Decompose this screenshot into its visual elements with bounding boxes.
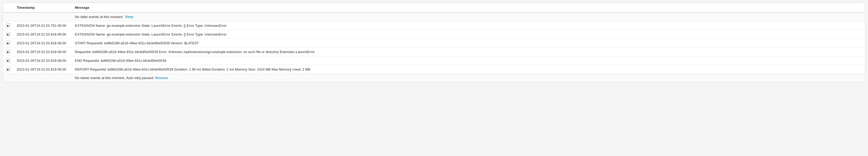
timestamp-cell: 2023-01-26T16:31:53.819-06:00: [13, 48, 72, 56]
expand-cell: ▶: [3, 30, 13, 39]
timestamp-cell: 2023-01-26T16:31:53.819-06:00: [13, 56, 72, 65]
status-top-timestamp-cell: [13, 12, 72, 21]
expand-cell: ▶: [3, 65, 13, 74]
message-cell: RequestId: bd9b5286-a516-49ee-931c-bb3e8…: [72, 48, 865, 56]
status-bottom-timestamp-cell: [13, 74, 72, 82]
status-top-message-cell: No older events at this moment. Retry: [72, 12, 865, 21]
status-bottom-expand-cell: [3, 74, 13, 82]
expand-button[interactable]: ▶: [6, 58, 10, 62]
expand-button[interactable]: ▶: [6, 41, 10, 45]
status-bottom-message-cell: No newer events at this moment. Auto ret…: [72, 74, 865, 82]
status-bottom-row: No newer events at this moment. Auto ret…: [3, 74, 865, 82]
expand-button[interactable]: ▶: [6, 50, 10, 54]
header-timestamp: Timestamp: [13, 3, 72, 12]
message-cell: END RequestId: bd9b5286-a516-49ee-931c-b…: [72, 56, 865, 65]
expand-cell: ▶: [3, 48, 13, 56]
message-cell: EXTENSION Name: go-example-extension Sta…: [72, 21, 865, 30]
message-cell: EXTENSION Name: go-example-extension Sta…: [72, 30, 865, 39]
table-row: ▶2023-01-26T16:31:53.818-06:00EXTENSION …: [3, 30, 865, 39]
expand-cell: ▶: [3, 21, 13, 30]
timestamp-cell: 2023-01-26T16:31:53.819-06:00: [13, 65, 72, 74]
timestamp-cell: 2023-01-26T16:31:53.818-06:00: [13, 39, 72, 48]
expand-button[interactable]: ▶: [6, 23, 10, 28]
header-message: Message: [72, 3, 865, 12]
table-header-row: Timestamp Message: [3, 3, 865, 12]
status-top-expand-cell: [3, 12, 13, 21]
table-row: ▶2023-01-26T16:31:53.819-06:00END Reques…: [3, 56, 865, 65]
table-row: ▶2023-01-26T16:31:53.751-06:00EXTENSION …: [3, 21, 865, 30]
status-top-row: No older events at this moment. Retry: [3, 12, 865, 21]
log-table: Timestamp Message No older events at thi…: [3, 3, 865, 82]
resume-link[interactable]: Resume: [155, 76, 168, 80]
message-cell: START RequestId: bd9b5286-a516-49ee-931c…: [72, 39, 865, 48]
timestamp-cell: 2023-01-26T16:31:53.818-06:00: [13, 30, 72, 39]
auto-retry-text: Auto retry paused.: [126, 76, 155, 80]
expand-cell: ▶: [3, 39, 13, 48]
expand-button[interactable]: ▶: [6, 32, 10, 36]
expand-button[interactable]: ▶: [6, 67, 10, 71]
retry-link[interactable]: Retry: [125, 15, 133, 19]
table-row: ▶2023-01-26T16:31:53.818-06:00START Requ…: [3, 39, 865, 48]
expand-cell: ▶: [3, 56, 13, 65]
table-row: ▶2023-01-26T16:31:53.819-06:00REPORT Req…: [3, 65, 865, 74]
log-container: Timestamp Message No older events at thi…: [3, 3, 865, 82]
message-cell: REPORT RequestId: bd9b5286-a516-49ee-931…: [72, 65, 865, 74]
status-bottom-text: No newer events at this moment.: [75, 76, 126, 80]
status-top-text: No older events at this moment.: [75, 15, 124, 19]
header-expand: [3, 3, 13, 12]
timestamp-cell: 2023-01-26T16:31:53.751-06:00: [13, 21, 72, 30]
table-row: ▶2023-01-26T16:31:53.819-06:00RequestId:…: [3, 48, 865, 56]
